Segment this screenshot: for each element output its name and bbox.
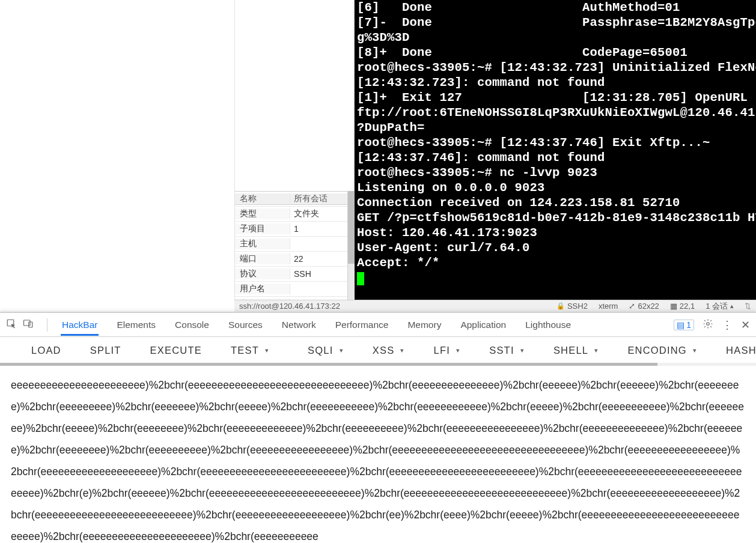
tab-application[interactable]: Application	[459, 314, 507, 336]
svg-point-3	[707, 322, 710, 325]
inspect-icon[interactable]	[6, 318, 17, 332]
lock-icon: 🔒	[556, 302, 565, 310]
prop-row-username: 用户名	[235, 282, 347, 297]
payload-text[interactable]: eeeeeeeeeeeeeeeeeeeeeee)%2bchr(eeeeeeeee…	[0, 366, 756, 543]
svg-rect-2	[29, 322, 32, 327]
execute-button[interactable]: EXECUTE	[136, 339, 216, 362]
terminal-output[interactable]: [6] Done AuthMethod=01[7]- Done Passphra…	[355, 0, 756, 312]
hackbar-scrollbar[interactable]	[0, 363, 756, 366]
prop-header: 名称 所有会话	[235, 192, 347, 207]
grid-icon: ▦	[670, 302, 677, 311]
sqli-dropdown[interactable]: SQLI ▾	[293, 339, 358, 362]
chevron-down-icon: ▾	[456, 347, 460, 354]
tab-memory[interactable]: Memory	[406, 314, 442, 336]
chevron-up-icon: ▴	[730, 302, 734, 310]
tab-performance[interactable]: Performance	[334, 314, 390, 336]
status-sessions[interactable]: 1 会话 ▴	[706, 301, 734, 312]
prop-row-port: 端口 22	[235, 252, 347, 267]
chevron-down-icon: ▾	[520, 347, 525, 354]
load-button[interactable]: LOAD	[17, 339, 76, 362]
device-icon[interactable]	[23, 318, 34, 332]
terminal-cursor	[357, 272, 364, 285]
close-icon[interactable]: ✕	[741, 318, 750, 332]
tab-hackbar[interactable]: HackBar	[61, 314, 99, 336]
session-tree[interactable]	[235, 0, 355, 191]
split-button[interactable]: SPLIT	[76, 339, 136, 362]
hackbar-toolbar: LOADSPLITEXECUTETEST ▾SQLI ▾XSS ▾LFI ▾SS…	[0, 337, 756, 366]
status-updown-icon: ⇅	[745, 302, 751, 311]
shell-dropdown[interactable]: SHELL ▾	[539, 339, 613, 362]
prop-row-type: 类型 文件夹	[235, 207, 347, 222]
chevron-down-icon: ▾	[265, 347, 269, 354]
prop-header-value: 所有会话	[290, 193, 347, 205]
session-properties-table: 名称 所有会话 类型 文件夹 子项目 1 主机	[235, 191, 347, 312]
status-size: ⤢ 62x22	[629, 302, 659, 311]
session-side-panel: 名称 所有会话 类型 文件夹 子项目 1 主机	[234, 0, 355, 312]
status-term: xterm	[599, 302, 618, 311]
tab-console[interactable]: Console	[174, 314, 210, 336]
more-icon[interactable]: ⋮	[722, 318, 733, 332]
issues-badge[interactable]: ▤1	[674, 320, 694, 330]
chevron-down-icon: ▾	[340, 347, 344, 354]
lfi-dropdown[interactable]: LFI ▾	[419, 339, 475, 362]
chevron-down-icon: ▾	[400, 347, 404, 354]
test-dropdown[interactable]: TEST ▾	[216, 339, 284, 362]
chevron-down-icon: ▾	[594, 347, 599, 354]
status-connection: ssh://root@120.46.41.173:22	[239, 302, 546, 311]
encoding-dropdown[interactable]: ENCODING ▾	[613, 339, 712, 362]
status-bar: ssh://root@120.46.41.173:22 🔒SSH2 xterm …	[234, 300, 756, 312]
tab-sources[interactable]: Sources	[227, 314, 264, 336]
left-blank-area	[0, 0, 234, 312]
status-pos: ▦ 22,1	[670, 302, 695, 311]
prop-header-label: 名称	[235, 193, 290, 205]
chevron-down-icon: ▾	[693, 347, 697, 354]
prop-scrollbar[interactable]	[347, 191, 355, 312]
tab-elements[interactable]: Elements	[115, 314, 157, 336]
chat-icon: ▤	[677, 320, 684, 330]
ssti-dropdown[interactable]: SSTI ▾	[475, 339, 539, 362]
status-protocol: 🔒SSH2	[556, 302, 588, 311]
prop-row-host: 主机	[235, 237, 347, 252]
xss-dropdown[interactable]: XSS ▾	[358, 339, 419, 362]
tab-network[interactable]: Network	[281, 314, 317, 336]
tab-lighthouse[interactable]: Lighthouse	[524, 314, 572, 336]
prop-row-protocol: 协议 SSH	[235, 267, 347, 282]
hashi-dropdown[interactable]: HASHI ▾	[712, 339, 756, 362]
devtools-tabs: HackBarElementsConsoleSourcesNetworkPerf…	[0, 313, 756, 337]
devtools-panel: HackBarElementsConsoleSourcesNetworkPerf…	[0, 312, 756, 543]
gear-icon[interactable]	[703, 318, 713, 332]
svg-rect-1	[24, 320, 31, 326]
resize-icon: ⤢	[629, 302, 635, 311]
prop-row-children: 子项目 1	[235, 222, 347, 237]
